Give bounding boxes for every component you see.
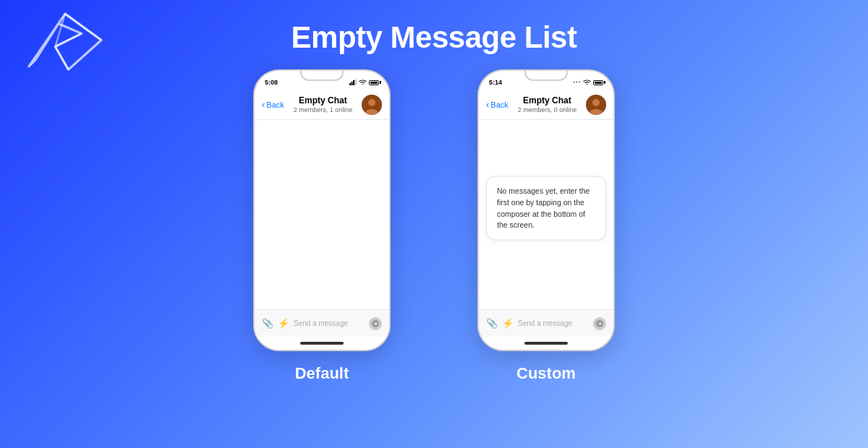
chevron-left-icon-custom: ‹ — [486, 99, 489, 110]
phone-label-default: Default — [295, 364, 349, 383]
status-time-default: 5:08 — [265, 79, 278, 86]
notch-custom — [524, 71, 568, 81]
avatar-default[interactable] — [362, 95, 382, 115]
nav-subtitle-custom: 2 members, 0 online — [513, 106, 582, 113]
send-button-default[interactable] — [369, 317, 382, 330]
battery-icon — [369, 80, 379, 85]
phones-row: 5:08 — [253, 69, 615, 383]
status-bar-custom: 5:14 ··· — [479, 71, 613, 90]
composer-custom[interactable]: 📎 ⚡ Send a message — [479, 309, 613, 337]
nav-title-group-default: Empty Chat 2 members, 1 online — [289, 95, 357, 113]
back-label-custom: Back — [490, 100, 508, 109]
composer-placeholder-custom[interactable]: Send a message — [518, 319, 589, 327]
attachment-icon-custom[interactable]: 📎 — [486, 318, 498, 329]
navbar-default: ‹ Back Empty Chat 2 members, 1 online — [255, 90, 389, 120]
home-bar-default — [300, 342, 344, 345]
nav-title-default: Empty Chat — [289, 95, 357, 105]
svg-rect-4 — [355, 79, 357, 85]
avatar-image-default — [362, 95, 382, 115]
send-icon-custom — [596, 320, 603, 327]
composer-default[interactable]: 📎 ⚡ Send a message — [255, 309, 389, 337]
back-button-default[interactable]: ‹ Back — [262, 99, 284, 110]
wifi-icon-custom — [583, 79, 591, 85]
nav-title-group-custom: Empty Chat 2 members, 0 online — [513, 95, 582, 113]
svg-rect-3 — [353, 80, 354, 85]
messages-area-default — [255, 120, 389, 309]
status-time-custom: 5:14 — [489, 79, 502, 86]
messages-area-custom: No messages yet, enter the first one by … — [479, 120, 613, 309]
nav-subtitle-default: 2 members, 1 online — [289, 106, 357, 113]
home-bar-custom — [524, 342, 568, 345]
phone-label-custom: Custom — [516, 364, 576, 383]
attachment-icon[interactable]: 📎 — [262, 318, 273, 329]
send-button-custom[interactable] — [593, 317, 606, 330]
phone-container-default: 5:08 — [253, 69, 391, 383]
chevron-left-icon: ‹ — [262, 99, 265, 110]
lightning-icon-custom[interactable]: ⚡ — [502, 318, 514, 329]
ellipsis-icon: ··· — [573, 79, 581, 86]
navbar-custom: ‹ Back Empty Chat 2 members, 0 online — [479, 90, 613, 120]
status-bar-default: 5:08 — [255, 71, 389, 90]
page-title: Empty Message List — [292, 20, 577, 55]
avatar-image-custom — [586, 95, 606, 115]
nav-title-custom: Empty Chat — [513, 95, 582, 105]
wifi-icon — [359, 79, 367, 85]
empty-message-hint: No messages yet, enter the first one by … — [486, 176, 606, 241]
composer-placeholder-default[interactable]: Send a message — [294, 319, 365, 327]
signal-icon — [349, 79, 357, 85]
avatar-custom[interactable] — [586, 95, 606, 115]
status-icons-custom: ··· — [573, 79, 603, 86]
send-icon — [372, 320, 379, 327]
svg-point-6 — [368, 99, 375, 106]
home-indicator-default — [255, 337, 389, 350]
back-label-default: Back — [266, 100, 284, 109]
lightning-icon[interactable]: ⚡ — [278, 318, 289, 329]
status-icons-default — [349, 79, 379, 85]
back-button-custom[interactable]: ‹ Back — [486, 99, 509, 110]
home-indicator-custom — [479, 337, 613, 350]
phone-custom: 5:14 ··· ‹ Back — [477, 69, 615, 351]
phone-default: 5:08 — [253, 69, 391, 351]
svg-rect-2 — [352, 82, 353, 85]
svg-point-10 — [592, 99, 600, 106]
svg-rect-1 — [349, 83, 351, 85]
phone-container-custom: 5:14 ··· ‹ Back — [477, 69, 615, 383]
notch-default — [300, 71, 344, 81]
battery-icon-custom — [593, 80, 603, 85]
logo-icon — [22, 7, 109, 79]
